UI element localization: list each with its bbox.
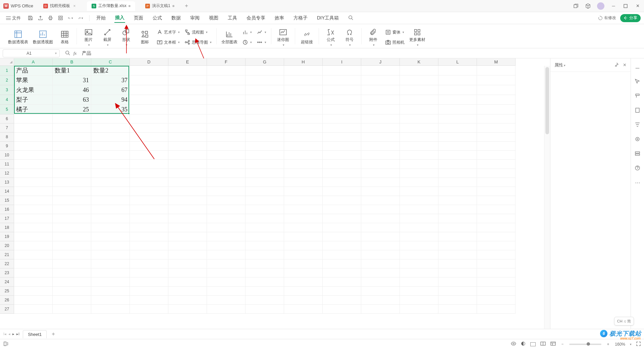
tab-insert[interactable]: 插入 bbox=[114, 13, 125, 23]
cell[interactable] bbox=[477, 114, 516, 123]
cell[interactable] bbox=[130, 214, 168, 223]
cell[interactable] bbox=[207, 296, 246, 305]
cell[interactable] bbox=[477, 142, 516, 151]
export-icon[interactable] bbox=[38, 15, 43, 21]
cell[interactable] bbox=[438, 178, 477, 187]
cell[interactable] bbox=[323, 250, 361, 259]
cell[interactable] bbox=[438, 296, 477, 305]
row-header[interactable]: 22 bbox=[0, 259, 14, 268]
cell[interactable] bbox=[14, 187, 53, 196]
cell[interactable] bbox=[438, 278, 477, 287]
has-changes-button[interactable]: 有修改 bbox=[598, 15, 616, 21]
cell[interactable] bbox=[91, 268, 130, 278]
cell[interactable] bbox=[400, 114, 438, 123]
cell[interactable] bbox=[246, 76, 284, 85]
cell[interactable] bbox=[53, 205, 91, 214]
cell[interactable] bbox=[14, 214, 53, 223]
cell[interactable] bbox=[246, 178, 284, 187]
cell[interactable] bbox=[53, 223, 91, 232]
cell[interactable] bbox=[207, 123, 246, 133]
cell[interactable] bbox=[130, 250, 168, 259]
cell[interactable] bbox=[246, 241, 284, 250]
cell[interactable] bbox=[323, 232, 361, 241]
row-header[interactable]: 21 bbox=[0, 250, 14, 259]
cell[interactable] bbox=[361, 142, 400, 151]
cell[interactable] bbox=[130, 151, 168, 160]
cell[interactable] bbox=[91, 196, 130, 205]
cell[interactable] bbox=[284, 196, 323, 205]
cell[interactable] bbox=[246, 133, 284, 142]
cell[interactable] bbox=[91, 214, 130, 223]
cell[interactable] bbox=[400, 105, 438, 114]
cell[interactable] bbox=[438, 169, 477, 178]
cell[interactable] bbox=[168, 160, 207, 169]
row-header[interactable]: 1 bbox=[0, 66, 14, 76]
cell[interactable] bbox=[91, 133, 130, 142]
cell[interactable]: 31 bbox=[53, 76, 91, 85]
cell[interactable] bbox=[168, 142, 207, 151]
cell[interactable] bbox=[323, 278, 361, 287]
cell[interactable] bbox=[207, 268, 246, 278]
cell[interactable] bbox=[168, 196, 207, 205]
line-chart-button[interactable] bbox=[257, 28, 266, 36]
cell[interactable] bbox=[207, 187, 246, 196]
icons-button[interactable]: 图标 bbox=[138, 28, 152, 47]
cell[interactable] bbox=[323, 66, 361, 76]
cell[interactable] bbox=[438, 85, 477, 95]
cell[interactable] bbox=[361, 214, 400, 223]
cell[interactable] bbox=[168, 205, 207, 214]
cell[interactable] bbox=[400, 169, 438, 178]
tab-search-icon[interactable] bbox=[347, 14, 354, 22]
cell[interactable] bbox=[91, 187, 130, 196]
add-sheet-button[interactable]: ＋ bbox=[49, 330, 57, 338]
all-charts-button[interactable]: 全部图表 bbox=[221, 28, 237, 47]
cell[interactable] bbox=[91, 296, 130, 305]
cell[interactable] bbox=[477, 287, 516, 296]
column-header[interactable]: A bbox=[14, 58, 53, 66]
cell[interactable] bbox=[14, 241, 53, 250]
cell[interactable] bbox=[130, 196, 168, 205]
tab-fanggezi[interactable]: 方格子 bbox=[293, 14, 308, 22]
cell[interactable] bbox=[438, 114, 477, 123]
cell[interactable] bbox=[246, 278, 284, 287]
row-header[interactable]: 27 bbox=[0, 305, 14, 314]
cell[interactable] bbox=[323, 114, 361, 123]
cell[interactable] bbox=[438, 95, 477, 105]
cell[interactable] bbox=[361, 232, 400, 241]
cell[interactable] bbox=[438, 142, 477, 151]
cell[interactable] bbox=[438, 205, 477, 214]
cell[interactable] bbox=[14, 142, 53, 151]
cell[interactable] bbox=[438, 250, 477, 259]
vertical-scrollbar[interactable] bbox=[544, 66, 550, 333]
cell[interactable] bbox=[323, 133, 361, 142]
cell[interactable] bbox=[361, 268, 400, 278]
cell[interactable] bbox=[323, 85, 361, 95]
cell[interactable] bbox=[361, 76, 400, 85]
zoom-in-icon[interactable]: ＋ bbox=[606, 341, 610, 347]
cell[interactable] bbox=[91, 205, 130, 214]
cell[interactable] bbox=[361, 105, 400, 114]
cell[interactable] bbox=[14, 259, 53, 268]
cell[interactable] bbox=[400, 259, 438, 268]
row-header[interactable]: 24 bbox=[0, 278, 14, 287]
cell[interactable] bbox=[361, 123, 400, 133]
cell[interactable] bbox=[477, 85, 516, 95]
cell[interactable] bbox=[14, 223, 53, 232]
column-header[interactable]: D bbox=[130, 58, 168, 66]
tab-page[interactable]: 页面 bbox=[133, 14, 144, 22]
form-button[interactable]: 窗体 bbox=[385, 28, 405, 36]
cell[interactable] bbox=[246, 296, 284, 305]
tab-member[interactable]: 会员专享 bbox=[246, 14, 266, 22]
tab-data[interactable]: 数据 bbox=[171, 14, 181, 22]
cell[interactable] bbox=[168, 223, 207, 232]
sheet-next-icon[interactable]: ▸ bbox=[12, 332, 14, 336]
cell[interactable] bbox=[168, 76, 207, 85]
cell[interactable] bbox=[323, 151, 361, 160]
cell[interactable] bbox=[130, 241, 168, 250]
cell[interactable] bbox=[438, 151, 477, 160]
cell[interactable] bbox=[323, 259, 361, 268]
row-header[interactable]: 15 bbox=[0, 196, 14, 205]
column-header[interactable]: F bbox=[207, 58, 246, 66]
column-header[interactable]: G bbox=[246, 58, 284, 66]
cell[interactable] bbox=[91, 232, 130, 241]
